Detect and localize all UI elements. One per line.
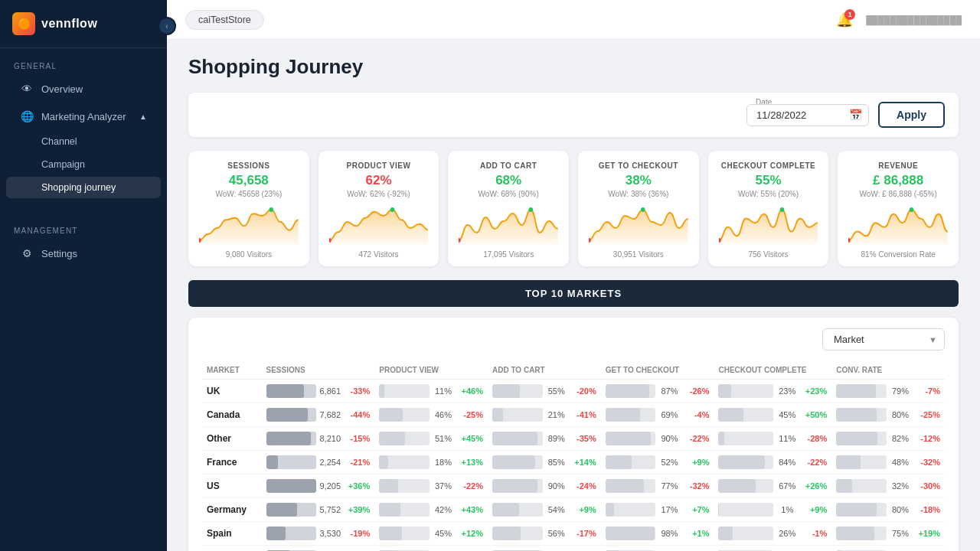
metric-footer-revenue: 81% Conversion Rate <box>848 250 948 259</box>
sessions-cell: 9,205 +36% <box>266 479 371 493</box>
conv-pct: -18% <box>914 505 940 514</box>
conv-val: 75% <box>890 529 911 538</box>
sessions-bar-fill <box>266 384 304 398</box>
conv-val: 80% <box>890 410 911 419</box>
metric-chart-revenue <box>848 206 948 244</box>
atc-bar-bg <box>492 384 543 398</box>
market-name: Other <box>207 433 231 444</box>
atc-pct: -35% <box>570 434 596 443</box>
market-dropdown[interactable]: Market <box>822 328 945 350</box>
apply-button[interactable]: Apply <box>878 102 945 128</box>
atc-cell: 54% +9% <box>492 503 596 517</box>
col-header-add-to-cart: ADD TO CART <box>488 361 601 380</box>
gtc-bar-bg <box>606 432 656 445</box>
cc-bar-fill <box>718 479 755 493</box>
metric-title-revenue: REVENUE <box>848 161 948 170</box>
conv-pct: -7% <box>914 386 940 396</box>
conv-val: 32% <box>890 481 911 491</box>
content-area: Shopping Journey Date 11/28/2022 📅 Apply… <box>167 40 980 551</box>
conv-bar-fill <box>836 479 852 493</box>
sessions-bar-bg <box>266 479 317 493</box>
date-value: 11/28/2022 <box>756 109 806 121</box>
pv-val: 45% <box>433 529 454 538</box>
conv-bar-bg <box>836 527 887 540</box>
cc-pct: +23% <box>801 386 827 396</box>
marketing-icon: 🌐 <box>20 110 34 122</box>
gtc-bar-bg <box>606 479 656 493</box>
sidebar-item-channel[interactable]: Channel <box>6 131 161 152</box>
sidebar-item-campaign[interactable]: Campaign <box>6 154 161 175</box>
svg-point-10 <box>910 207 914 212</box>
sessions-val: 6,861 <box>319 386 341 396</box>
metric-wow-product-view: WoW: 62% (-92%) <box>329 190 429 198</box>
gtc-bar-bg <box>606 455 656 469</box>
conv-val: 79% <box>890 386 911 396</box>
pv-cell: 37% -22% <box>379 479 483 493</box>
pv-bar-bg <box>379 479 430 493</box>
atc-cell: 56% -17% <box>492 527 596 540</box>
sidebar-item-shopping-journey[interactable]: Shopping journey <box>6 177 161 198</box>
cc-bar-bg <box>718 408 773 422</box>
sidebar-collapse-button[interactable]: ‹ <box>158 17 176 35</box>
conv-cell: 80% -18% <box>836 503 940 517</box>
gtc-cell: 90% -22% <box>606 432 710 445</box>
pv-bar-fill <box>379 455 388 469</box>
sidebar-item-marketing-label: Marketing Analyzer <box>41 111 126 122</box>
pv-bar-bg <box>379 527 430 540</box>
gtc-bar-fill <box>606 527 655 540</box>
topbar: caiTestStore 🔔 1 ████████████████ <box>167 0 980 40</box>
cc-bar-fill <box>718 408 743 422</box>
gtc-cell: 52% +9% <box>606 455 710 469</box>
svg-point-2 <box>390 207 394 212</box>
atc-val: 54% <box>546 505 567 514</box>
conv-cell: 32% -30% <box>836 479 940 493</box>
sidebar-item-settings[interactable]: ⚙ Settings <box>6 240 161 266</box>
gtc-bar-bg <box>606 384 656 398</box>
metric-card-sessions: SESSIONS 45,658 WoW: 45658 (23%) 9,080 V… <box>188 151 309 266</box>
sessions-bar-fill <box>266 455 279 469</box>
logo-icon: 🟠 <box>12 12 35 35</box>
sessions-bar-fill <box>266 432 312 445</box>
general-section-label: GENERAL <box>0 48 167 75</box>
overview-icon: 👁 <box>20 83 34 95</box>
sessions-pct: -44% <box>344 410 370 419</box>
store-tab[interactable]: caiTestStore <box>185 10 264 30</box>
conv-bar-bg <box>836 384 887 398</box>
sidebar-item-overview-label: Overview <box>41 83 83 95</box>
page-title: Shopping Journey <box>188 55 959 79</box>
market-name: UK <box>207 386 220 396</box>
sessions-pct: -15% <box>344 434 370 443</box>
sidebar-shopping-label: Shopping journey <box>41 182 116 193</box>
cc-bar-fill <box>718 455 764 469</box>
cc-cell: 1% +9% <box>718 503 827 517</box>
gtc-val: 87% <box>658 386 680 396</box>
logo-area: 🟠 vennflow <box>0 0 167 48</box>
cc-cell: 67% +26% <box>718 479 827 493</box>
cc-pct: +26% <box>801 481 827 491</box>
sessions-cell: 6,861 -33% <box>266 384 371 398</box>
sessions-cell: 3,530 -19% <box>266 527 371 540</box>
pv-val: 42% <box>433 505 454 514</box>
cc-cell: 23% +23% <box>718 384 827 398</box>
metric-card-checkout-complete: CHECKOUT COMPLETE 55% WoW: 55% (20%) 756… <box>708 151 829 266</box>
sidebar-item-marketing-analyzer[interactable]: 🌐 Marketing Analyzer ▲ <box>6 103 161 129</box>
sessions-bar-bg <box>266 384 317 398</box>
sidebar-item-overview[interactable]: 👁 Overview <box>6 76 161 102</box>
sidebar-settings-label: Settings <box>41 248 77 259</box>
conv-bar-bg <box>836 408 887 422</box>
sessions-cell: 7,682 -44% <box>266 408 371 422</box>
conv-val: 48% <box>890 458 911 467</box>
conv-cell: 79% -7% <box>836 384 940 398</box>
metric-chart-get-to-checkout <box>589 206 688 244</box>
metric-wow-get-to-checkout: WoW: 38% (36%) <box>589 190 688 198</box>
metric-value-checkout-complete: 55% <box>719 173 818 188</box>
gtc-pct: -4% <box>683 410 709 419</box>
notification-button[interactable]: 🔔 1 <box>832 8 857 32</box>
conv-pct: +19% <box>914 529 940 538</box>
atc-bar-fill <box>492 455 535 469</box>
top10-header: TOP 10 MARKETS <box>188 280 959 307</box>
conv-bar-bg <box>836 432 887 445</box>
cc-bar-fill <box>718 432 724 445</box>
date-input[interactable]: 11/28/2022 📅 <box>746 104 869 126</box>
cc-pct: -28% <box>801 434 827 443</box>
